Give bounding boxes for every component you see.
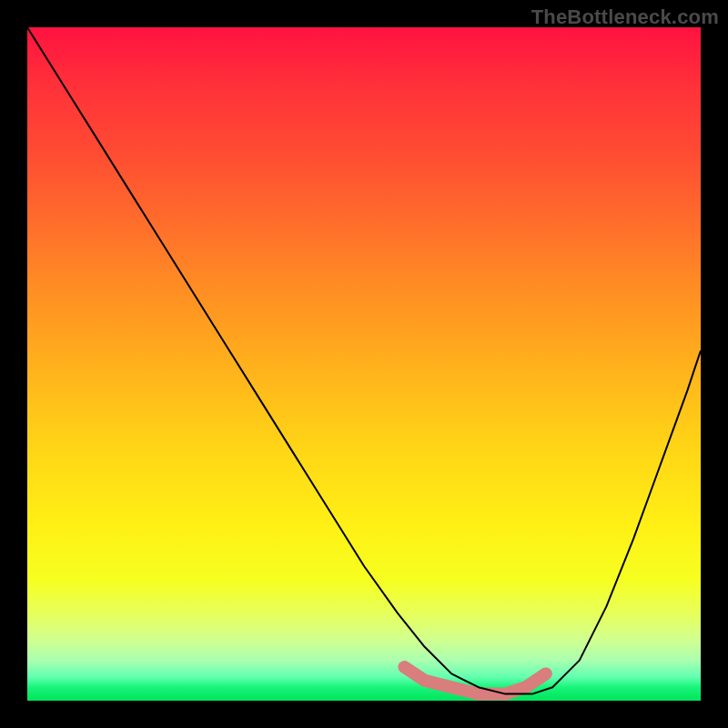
chart-plot-area — [27, 27, 701, 701]
bottleneck-curve — [27, 27, 701, 694]
watermark-text: TheBottleneck.com — [531, 5, 719, 29]
chart-frame: TheBottleneck.com — [0, 0, 728, 728]
chart-svg — [27, 27, 701, 701]
highlight-segment — [404, 667, 545, 694]
